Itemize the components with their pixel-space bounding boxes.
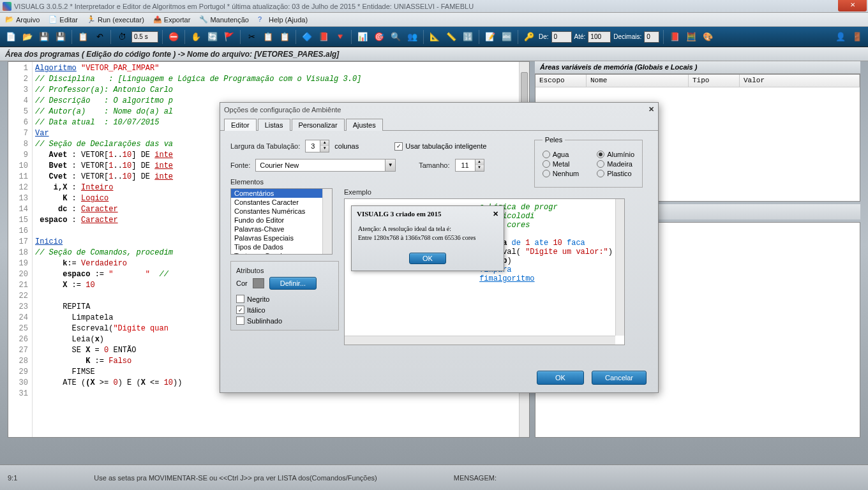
menubar: 📂Arquivo 📄Editar 🏃Run (executar) 📤Export… [0,13,868,27]
status-message: MENSAGEM: [454,474,497,482]
tab-editor[interactable]: Editor [224,119,257,131]
size-label: Tamanho: [419,161,449,169]
msgbox-close-button[interactable]: ✕ [493,210,498,218]
elemento-item[interactable]: Constantes Caracter [231,198,332,207]
save-button[interactable]: 💾 [37,30,51,44]
tool-button-user[interactable]: 👤 [834,30,848,44]
tool-button-exit[interactable]: 🚪 [850,30,864,44]
copy-button[interactable]: 📋 [261,30,275,44]
atributos-label: Atributos [236,267,333,274]
tool-button-j[interactable]: 🔢 [461,30,475,44]
pele-agua[interactable]: Agua [542,151,580,158]
tool-button-m[interactable]: 🔑 [522,30,536,44]
dialog-cancel-button[interactable]: Cancelar [592,371,647,385]
elemento-item[interactable]: Fundo do Editor [231,216,332,225]
de-input[interactable] [551,31,572,43]
tool-button-f[interactable]: 🔍 [389,30,403,44]
tool-button-d[interactable]: 📊 [355,30,370,44]
tool-button-b[interactable]: 📕 [317,30,331,44]
tab-ajustes[interactable]: Ajustes [346,119,383,131]
refresh-button[interactable]: 🔄 [206,30,220,44]
vars-col-valor[interactable]: Valor [740,75,860,87]
elemento-item[interactable]: Palavras Especiais [231,234,332,242]
listbox-scrollbar[interactable] [322,189,332,254]
app-icon [3,2,11,11]
window-title: VISUALG 3.0.5.2 * Interpretador e Editor… [14,3,865,10]
undo-button[interactable]: ↶ [93,30,107,44]
tool-button-h[interactable]: 📐 [428,30,442,44]
elementos-listbox[interactable]: ComentáriosConstantes CaracterConstantes… [230,188,333,255]
timer-icon[interactable]: ⏱ [115,30,129,44]
flag-button[interactable]: 🚩 [222,30,236,44]
tool-button-l[interactable]: 🔤 [500,30,514,44]
menu-exportar[interactable]: 📤Exportar [151,14,193,26]
font-combo[interactable]: Courier New▼ [255,159,396,172]
italico-checkbox[interactable]: ✓Itálico [236,306,333,314]
window-close-button[interactable]: ✕ [838,0,867,11]
menu-editar[interactable]: 📄Editar [46,14,80,26]
pele-plastico[interactable]: Plastico [597,170,634,177]
menu-manutencao[interactable]: 🔧Manutenção [197,14,251,26]
cor-label: Cor [236,279,248,287]
pele-metal[interactable]: Metal [542,160,580,168]
elemento-item[interactable]: Comentários [231,189,332,198]
menu-arquivo[interactable]: 📂Arquivo [3,14,42,26]
vars-col-escopo[interactable]: Escopo [535,75,587,87]
vars-col-tipo[interactable]: Tipo [689,75,740,87]
print-button[interactable]: 📋 [76,30,90,44]
window-titlebar: VISUALG 3.0.5.2 * Interpretador e Editor… [0,0,868,13]
vars-title: Áreas variáveis de memória (Globais e Lo… [535,61,860,74]
status-hint: Use as setas pra MOVIMENTAR-SE ou <<Ctrl… [94,474,377,482]
elemento-item[interactable]: Constantes Numéricas [231,207,332,216]
pele-madeira[interactable]: Madeira [597,160,634,168]
de-label: De: [539,33,549,40]
msgbox-ok-button[interactable]: OK [409,253,446,264]
example-vscroll[interactable] [615,199,624,336]
menu-run[interactable]: 🏃Run (executar) [84,14,147,26]
tool-button-p[interactable]: 🎨 [701,30,715,44]
tool-button-c[interactable]: 🔻 [333,30,347,44]
open-file-button[interactable]: 📂 [20,30,34,44]
tool-button-k[interactable]: 📝 [483,30,497,44]
tab-listas[interactable]: Listas [258,119,290,131]
tool-button-e[interactable]: 🎯 [372,30,386,44]
cursor-position: 9:1 [8,474,17,482]
peles-group: Peles AguaMetalNenhumAlumínioMadeiraPlas… [534,136,643,188]
stop-button[interactable]: ⛔ [167,30,181,44]
elemento-item[interactable]: Texto em Geral [231,251,332,255]
dialog-ok-button[interactable]: OK [537,371,584,385]
run-icon: 🏃 [87,15,96,24]
tab-width-spinner[interactable]: ▲▼ [305,140,329,152]
dialog-close-button[interactable]: ✕ [648,105,654,114]
pele-alumínio[interactable]: Alumínio [597,151,634,158]
menu-help[interactable]: ?Help (Ajuda) [255,14,310,26]
speed-input[interactable] [131,31,158,43]
smart-tab-checkbox[interactable]: ✓Usar tabulação inteligente [394,142,486,151]
tool-button-a[interactable]: 🔷 [300,30,314,44]
pele-nenhum[interactable]: Nenhum [542,170,580,177]
ate-label: Até: [574,33,586,40]
sublinhado-checkbox[interactable]: Sublinhado [236,316,333,325]
tool-button-n[interactable]: 📕 [668,30,682,44]
definir-button[interactable]: Definir... [269,277,317,290]
new-file-button[interactable]: 📄 [4,30,18,44]
example-hscroll[interactable] [345,336,615,345]
elemento-item[interactable]: Palavras-Chave [231,225,332,234]
cut-button[interactable]: ✂ [244,30,258,44]
elemento-item[interactable]: Tipos de Dados [231,242,332,251]
tool-button-g[interactable]: 👥 [405,30,419,44]
tool-button-i[interactable]: 📏 [444,30,458,44]
hand-button[interactable]: ✋ [189,30,203,44]
tab-personalizar[interactable]: Personalizar [292,119,345,131]
tool-button-o[interactable]: 🧮 [684,30,698,44]
peles-label: Peles [542,136,565,144]
decimais-input[interactable] [644,31,659,43]
ate-input[interactable] [588,31,611,43]
size-spinner[interactable]: ▲▼ [455,159,484,172]
negrito-checkbox[interactable]: Negrito [236,295,333,303]
paste-button[interactable]: 📋 [278,30,292,44]
save-as-button[interactable]: 💾 [54,30,68,44]
example-preview: e Lógica de progrlos Nicolodião de cores… [344,198,625,345]
exemplo-label: Exemplo [344,188,625,196]
vars-col-nome[interactable]: Nome [587,75,689,87]
